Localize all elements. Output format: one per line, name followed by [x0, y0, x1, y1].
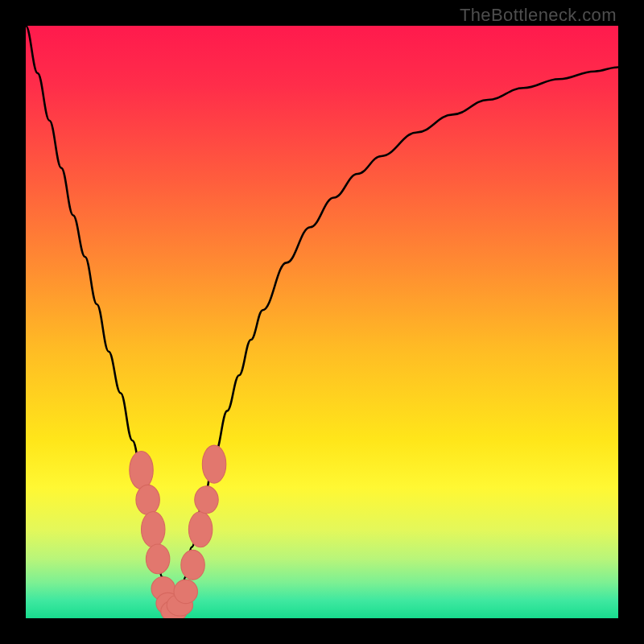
curve-markers — [130, 445, 226, 618]
curve-marker — [174, 580, 197, 603]
curve-marker — [202, 445, 225, 483]
curve-marker — [195, 486, 218, 514]
bottleneck-curve — [26, 26, 618, 613]
plot-area — [26, 26, 618, 618]
curve-marker — [142, 512, 165, 547]
chart-frame: TheBottleneck.com — [0, 0, 644, 644]
curve-marker — [146, 544, 169, 574]
curve-marker — [136, 485, 159, 514]
curve-marker — [181, 550, 204, 580]
curve-marker — [130, 451, 153, 489]
curve-marker — [188, 512, 212, 547]
curve-layer — [26, 26, 618, 618]
watermark-text: TheBottleneck.com — [460, 5, 617, 26]
